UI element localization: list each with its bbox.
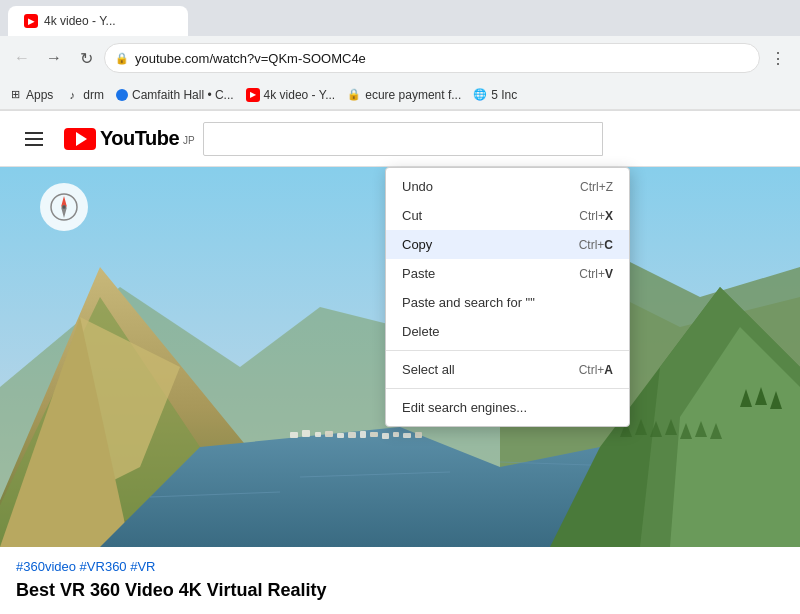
active-tab[interactable]: ▶ 4k video - Y... [8, 6, 188, 36]
bookmark-4kvideo[interactable]: ▶ 4k video - Y... [246, 88, 336, 102]
svg-rect-25 [415, 432, 422, 438]
svg-rect-18 [337, 433, 344, 438]
bookmark-camfaith-label: Camfaith Hall • C... [132, 88, 234, 102]
bookmark-camfaith[interactable]: Camfaith Hall • C... [116, 88, 234, 102]
ctx-label-paste-search: Paste and search for "" [402, 295, 613, 310]
hamburger-menu-button[interactable] [16, 121, 52, 157]
ctx-label-delete: Delete [402, 324, 613, 339]
tab-bar: ▶ 4k video - Y... [0, 0, 800, 36]
main-content: #360video #VR360 #VR Best VR 360 Video 4… [0, 167, 800, 609]
ctx-item-paste[interactable]: PasteCtrl+V [386, 259, 629, 288]
bookmark-apps[interactable]: ⊞ Apps [8, 88, 53, 102]
bookmark-4kvideo-label: 4k video - Y... [264, 88, 336, 102]
apps-grid-icon: ⊞ [8, 88, 22, 102]
video-tags[interactable]: #360video #VR360 #VR [16, 559, 784, 574]
bookmark-secure-label: ecure payment f... [365, 88, 461, 102]
ctx-item-paste-search[interactable]: Paste and search for "" [386, 288, 629, 317]
bookmark-5inc-label: 5 Inc [491, 88, 517, 102]
bookmark-drm[interactable]: ♪ drm [65, 88, 104, 102]
globe-icon: 🌐 [473, 88, 487, 102]
svg-point-39 [62, 205, 66, 209]
svg-rect-24 [403, 433, 411, 438]
bookmark-secure[interactable]: 🔒 ecure payment f... [347, 88, 461, 102]
bookmark-drm-label: drm [83, 88, 104, 102]
youtube-logo-icon [64, 128, 96, 150]
ctx-item-select-all[interactable]: Select allCtrl+A [386, 355, 629, 384]
video-metadata: #360video #VR360 #VR Best VR 360 Video 4… [0, 547, 800, 609]
extensions-button[interactable]: ⋮ [764, 44, 792, 72]
ctx-label-edit-search: Edit search engines... [402, 400, 613, 415]
ctx-item-undo[interactable]: UndoCtrl+Z [386, 172, 629, 201]
youtube-search-input[interactable] [203, 122, 603, 156]
ctx-label-copy: Copy [402, 237, 563, 252]
youtube-logo-suffix: JP [183, 135, 195, 146]
address-bar[interactable]: 🔒 youtube.com/watch?v=QKm-SOOMC4e [104, 43, 760, 73]
svg-rect-17 [325, 431, 333, 437]
ctx-item-edit-search[interactable]: Edit search engines... [386, 393, 629, 422]
video-title: Best VR 360 Video 4K Virtual Reality [16, 580, 784, 601]
tab-title: 4k video - Y... [44, 14, 116, 28]
ctx-item-cut[interactable]: CutCtrl+X [386, 201, 629, 230]
ctx-shortcut-paste: Ctrl+V [579, 267, 613, 281]
svg-rect-14 [290, 432, 298, 438]
svg-rect-23 [393, 432, 399, 437]
secure-icon: 🔒 [347, 88, 361, 102]
youtube-bookmark-icon: ▶ [246, 88, 260, 102]
svg-rect-16 [315, 432, 321, 437]
tab-favicon: ▶ [24, 14, 38, 28]
svg-rect-21 [370, 432, 378, 437]
browser-chrome: ▶ 4k video - Y... ← → ↻ 🔒 youtube.com/wa… [0, 0, 800, 111]
ctx-label-select-all: Select all [402, 362, 563, 377]
svg-rect-19 [348, 432, 356, 438]
youtube-header: YouTube JP [0, 111, 800, 167]
youtube-logo[interactable]: YouTube JP [64, 127, 195, 150]
ctx-item-copy[interactable]: CopyCtrl+C [386, 230, 629, 259]
compass-icon [49, 192, 79, 222]
youtube-logo-text: YouTube [100, 127, 179, 150]
lock-icon: 🔒 [115, 52, 129, 65]
forward-button[interactable]: → [40, 44, 68, 72]
ctx-item-delete[interactable]: Delete [386, 317, 629, 346]
camfaith-icon [116, 89, 128, 101]
svg-rect-20 [360, 431, 366, 438]
bookmarks-bar: ⊞ Apps ♪ drm Camfaith Hall • C... ▶ 4k v… [0, 80, 800, 110]
context-menu: UndoCtrl+ZCutCtrl+XCopyCtrl+CPasteCtrl+V… [385, 167, 630, 427]
svg-rect-15 [302, 430, 310, 437]
ctx-shortcut-cut: Ctrl+X [579, 209, 613, 223]
ctx-divider [386, 388, 629, 389]
bookmark-5inc[interactable]: 🌐 5 Inc [473, 88, 517, 102]
music-icon: ♪ [65, 88, 79, 102]
svg-rect-22 [382, 433, 389, 439]
ctx-shortcut-select-all: Ctrl+A [579, 363, 613, 377]
bookmark-apps-label: Apps [26, 88, 53, 102]
reload-button[interactable]: ↻ [72, 44, 100, 72]
ctx-label-undo: Undo [402, 179, 564, 194]
ctx-divider [386, 350, 629, 351]
hamburger-icon [25, 132, 43, 146]
back-button[interactable]: ← [8, 44, 36, 72]
vr-compass-button[interactable] [40, 183, 88, 231]
ctx-shortcut-copy: Ctrl+C [579, 238, 613, 252]
ctx-label-cut: Cut [402, 208, 563, 223]
address-text: youtube.com/watch?v=QKm-SOOMC4e [135, 51, 749, 66]
ctx-label-paste: Paste [402, 266, 563, 281]
navbar: ← → ↻ 🔒 youtube.com/watch?v=QKm-SOOMC4e … [0, 36, 800, 80]
youtube-play-icon [76, 132, 87, 146]
ctx-shortcut-undo: Ctrl+Z [580, 180, 613, 194]
